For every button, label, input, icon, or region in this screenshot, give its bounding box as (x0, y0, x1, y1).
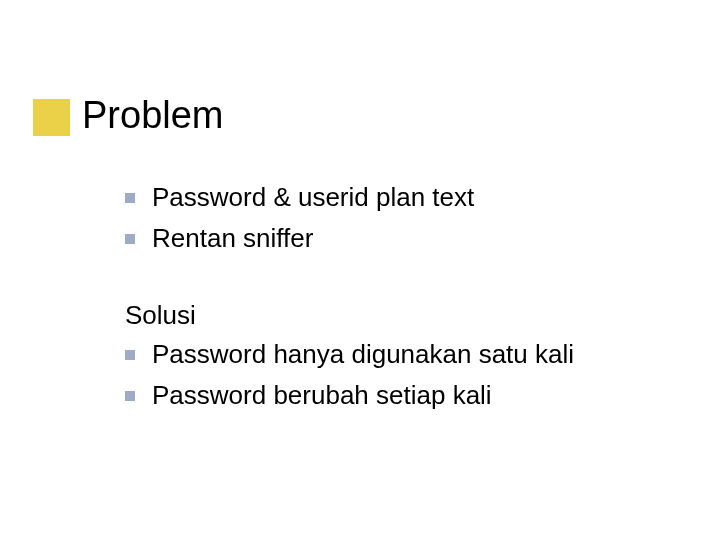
section-label: Solusi (125, 300, 574, 331)
item-text: Rentan sniffer (152, 221, 313, 256)
list-item: Password berubah setiap kali (125, 378, 574, 413)
bullet-icon (125, 350, 135, 360)
item-text: Password hanya digunakan satu kali (152, 337, 574, 372)
list-item: Rentan sniffer (125, 221, 574, 256)
list-item: Password hanya digunakan satu kali (125, 337, 574, 372)
item-text: Password berubah setiap kali (152, 378, 492, 413)
bullet-icon (125, 234, 135, 244)
slide-title: Problem (82, 94, 224, 137)
item-text: Password & userid plan text (152, 180, 474, 215)
bullet-icon (125, 391, 135, 401)
accent-square (33, 99, 70, 136)
bullet-icon (125, 193, 135, 203)
slide-content: Password & userid plan text Rentan sniff… (125, 180, 574, 419)
list-item: Password & userid plan text (125, 180, 574, 215)
